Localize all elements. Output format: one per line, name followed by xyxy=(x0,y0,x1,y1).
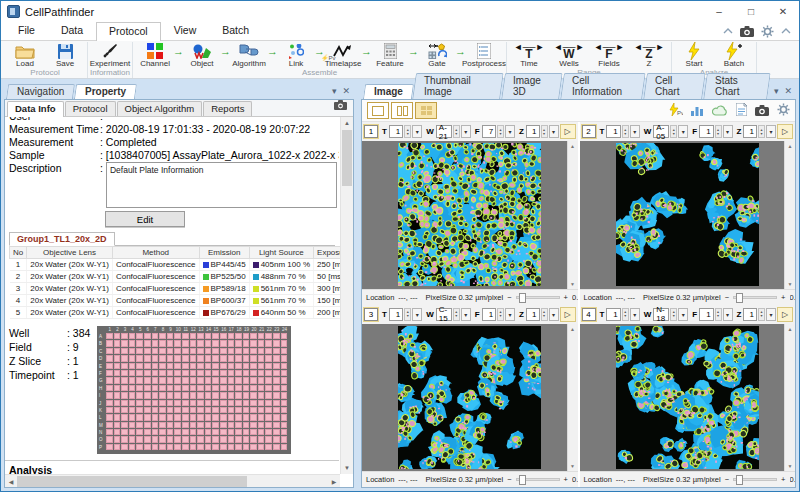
scroll-down-icon[interactable]: ▼ xyxy=(568,461,578,471)
zoom-in-icon[interactable]: + xyxy=(781,475,785,484)
well[interactable] xyxy=(243,436,250,442)
well[interactable] xyxy=(167,348,174,354)
well[interactable] xyxy=(106,444,113,450)
well[interactable] xyxy=(182,370,189,376)
well[interactable] xyxy=(182,414,189,420)
slider-knob[interactable] xyxy=(736,293,743,303)
tab-protocol[interactable]: Protocol xyxy=(65,101,116,116)
well[interactable] xyxy=(174,436,181,442)
close-button[interactable]: ✕ xyxy=(767,1,799,22)
well[interactable] xyxy=(197,377,204,383)
well[interactable] xyxy=(228,363,235,369)
f-input[interactable]: 1 xyxy=(699,308,713,321)
well[interactable] xyxy=(265,333,272,339)
image-scrollbar[interactable]: ▲▼ xyxy=(567,141,578,289)
cell-image-canvas[interactable] xyxy=(398,143,541,286)
well[interactable] xyxy=(212,392,219,398)
table-row[interactable]: 220x Water (20x W-Y1)ConfocalFluorescenc… xyxy=(10,271,354,283)
well[interactable] xyxy=(197,363,204,369)
well[interactable] xyxy=(159,340,166,346)
well[interactable] xyxy=(114,407,121,413)
panel-tab-cell-information[interactable]: Cell Information xyxy=(560,73,645,99)
well[interactable] xyxy=(243,429,250,435)
well[interactable] xyxy=(197,422,204,428)
well[interactable] xyxy=(250,385,257,391)
ribbon-button-z[interactable]: ◄──►ZZ xyxy=(629,42,669,68)
well[interactable] xyxy=(136,363,143,369)
well-plate-map[interactable]: 123456789101112131415161718192021222324A… xyxy=(97,326,291,454)
well[interactable] xyxy=(220,348,227,354)
well[interactable] xyxy=(258,363,265,369)
well[interactable] xyxy=(106,407,113,413)
table-row[interactable]: 120x Water (20x W-Y1)ConfocalFluorescenc… xyxy=(10,259,354,271)
well[interactable] xyxy=(106,422,113,428)
well[interactable] xyxy=(281,429,288,435)
well[interactable] xyxy=(129,414,136,420)
well[interactable] xyxy=(144,355,151,361)
well[interactable] xyxy=(174,422,181,428)
menu-tab-batch[interactable]: Batch xyxy=(209,21,262,40)
well[interactable] xyxy=(106,377,113,383)
well[interactable] xyxy=(250,444,257,450)
well[interactable] xyxy=(159,363,166,369)
scroll-up-icon[interactable]: ▲ xyxy=(568,324,578,334)
spinner-control[interactable]: ▴▾ xyxy=(758,308,765,321)
well[interactable] xyxy=(212,444,219,450)
well[interactable] xyxy=(182,355,189,361)
well[interactable] xyxy=(106,355,113,361)
panel-menu-icon[interactable]: ▾ xyxy=(774,86,779,96)
well[interactable] xyxy=(182,348,189,354)
well[interactable] xyxy=(190,385,197,391)
well[interactable] xyxy=(129,377,136,383)
scroll-right-icon[interactable]: ▶ xyxy=(328,478,340,485)
well[interactable] xyxy=(258,436,265,442)
ribbon-button-link[interactable]: Link xyxy=(276,42,316,68)
well[interactable] xyxy=(129,363,136,369)
w-input[interactable]: N-18 xyxy=(653,308,669,321)
play-button[interactable]: ▷ xyxy=(777,307,793,322)
well[interactable] xyxy=(273,414,280,420)
well[interactable] xyxy=(121,392,128,398)
well[interactable] xyxy=(228,333,235,339)
well[interactable] xyxy=(167,355,174,361)
zoom-out-icon[interactable]: − xyxy=(507,475,511,484)
well[interactable] xyxy=(228,370,235,376)
well[interactable] xyxy=(136,429,143,435)
well[interactable] xyxy=(197,340,204,346)
well[interactable] xyxy=(235,436,242,442)
well[interactable] xyxy=(258,407,265,413)
well[interactable] xyxy=(212,370,219,376)
minimize-button[interactable]: – xyxy=(703,1,735,22)
well[interactable] xyxy=(159,407,166,413)
slider-knob[interactable] xyxy=(736,475,743,485)
well[interactable] xyxy=(220,355,227,361)
well[interactable] xyxy=(174,407,181,413)
well[interactable] xyxy=(220,340,227,346)
well[interactable] xyxy=(243,355,250,361)
well[interactable] xyxy=(159,429,166,435)
well[interactable] xyxy=(167,363,174,369)
well[interactable] xyxy=(212,429,219,435)
well[interactable] xyxy=(159,392,166,398)
zoom-out-icon[interactable]: − xyxy=(725,293,729,302)
well[interactable] xyxy=(121,363,128,369)
horizontal-scrollbar[interactable]: ◀ ▶ xyxy=(5,474,340,487)
panel-tab-stats-chart[interactable]: Stats Chart xyxy=(703,73,771,99)
play-button[interactable]: ▷ xyxy=(560,124,576,139)
well[interactable] xyxy=(281,348,288,354)
well[interactable] xyxy=(273,370,280,376)
ribbon-button-fields[interactable]: ◄──►FFields xyxy=(589,42,629,68)
dropdown-icon[interactable]: ▾ xyxy=(723,308,733,321)
well[interactable] xyxy=(182,392,189,398)
well[interactable] xyxy=(136,348,143,354)
dropdown-icon[interactable]: ▾ xyxy=(461,308,471,321)
well[interactable] xyxy=(114,414,121,420)
well[interactable] xyxy=(144,436,151,442)
well[interactable] xyxy=(197,429,204,435)
well[interactable] xyxy=(197,444,204,450)
well[interactable] xyxy=(273,363,280,369)
well[interactable] xyxy=(144,333,151,339)
camera-icon[interactable] xyxy=(755,102,769,120)
well[interactable] xyxy=(167,392,174,398)
ribbon-button-gate[interactable]: Gate xyxy=(417,42,457,68)
